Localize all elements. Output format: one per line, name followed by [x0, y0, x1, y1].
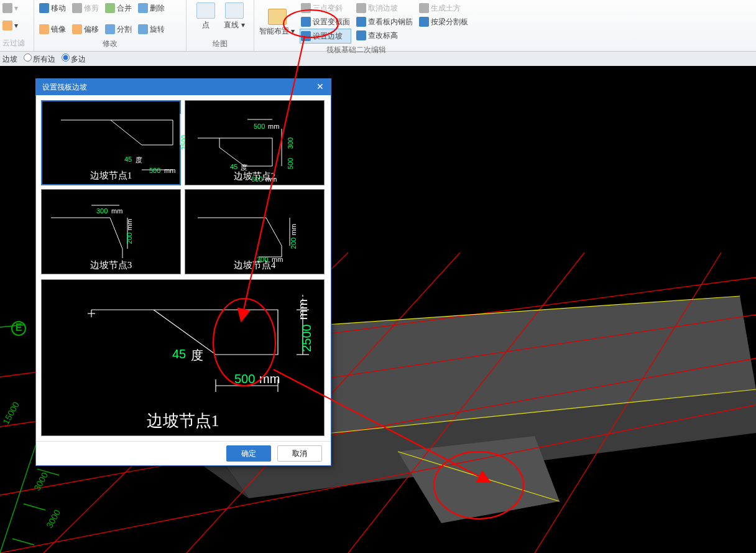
- modify-合并[interactable]: 合并: [104, 1, 133, 15]
- raft-查看板内钢筋[interactable]: 查看板内钢筋: [355, 15, 414, 29]
- ribbon: ▾ ▾ 云过滤 移动修剪合并删除镜像偏移分割旋转 修改 点 直线 ▾ 绘图 智能…: [0, 0, 756, 52]
- radio-all-edges-input[interactable]: [24, 53, 32, 62]
- radio-multi-edges[interactable]: 多边: [59, 53, 86, 65]
- cancel-button[interactable]: 取消: [277, 445, 322, 462]
- ribbon-group-raft: 智能布置 ▾ 三点变斜设置变截面设置边坡 取消边坡查看板内钢筋查改标高 生成土方…: [254, 0, 756, 51]
- raft-生成土方[interactable]: 生成土方: [418, 1, 469, 15]
- modify-旋转[interactable]: 旋转: [137, 22, 166, 36]
- modify-分割[interactable]: 分割: [104, 22, 133, 36]
- svg-line-19: [24, 504, 45, 510]
- raft-设置变截面[interactable]: 设置变截面: [300, 15, 351, 29]
- radio-multi-edges-input[interactable]: [62, 53, 70, 62]
- toolbar-item[interactable]: ▾: [1, 1, 26, 15]
- modify-镜像[interactable]: 镜像: [38, 22, 67, 36]
- slope-thumb-4[interactable]: 300mm200mm边坡节点4: [185, 189, 325, 274]
- slope-preview: 边坡节点1 45度500mm2500mm: [41, 279, 325, 436]
- dialog-titlebar[interactable]: 设置筏板边坡 ✕: [36, 79, 331, 95]
- svg-line-17: [12, 539, 34, 545]
- cloud-save-button[interactable]: ▾: [1, 19, 26, 32]
- ribbon-group-modify: 移动修剪合并删除镜像偏移分割旋转 修改: [34, 0, 187, 51]
- ok-button[interactable]: 确定: [226, 445, 271, 462]
- cloud-filter-button[interactable]: 云过滤: [1, 36, 26, 50]
- point-tool-button[interactable]: 点: [193, 1, 218, 32]
- raft-取消边坡[interactable]: 取消边坡: [355, 1, 414, 15]
- modify-移动[interactable]: 移动: [38, 1, 67, 15]
- slope-type-thumbnails: 45度500mm2500mm边坡节点145度500mm600mm300500边坡…: [41, 100, 326, 274]
- preview-caption: 边坡节点1: [42, 410, 324, 432]
- slope-thumb-2[interactable]: 45度500mm600mm300500边坡节点2: [185, 100, 325, 185]
- slope-thumb-3[interactable]: 300mm200mm边坡节点3: [41, 189, 181, 274]
- modify-修剪[interactable]: 修剪: [71, 1, 100, 15]
- modify-偏移[interactable]: 偏移: [71, 22, 100, 36]
- raft-三点变斜[interactable]: 三点变斜: [300, 1, 351, 15]
- raft-按梁分割板[interactable]: 按梁分割板: [418, 15, 469, 29]
- raft-查改标高[interactable]: 查改标高: [355, 29, 414, 42]
- line-tool-button[interactable]: 直线 ▾: [222, 1, 247, 32]
- axis-label-e: E: [11, 321, 26, 336]
- dialog-title: 设置筏板边坡: [42, 82, 87, 93]
- close-icon[interactable]: ✕: [312, 80, 328, 94]
- ribbon-group-draw: 点 直线 ▾ 绘图: [187, 0, 254, 51]
- svg-marker-3: [398, 436, 560, 523]
- smart-layout-button[interactable]: 智能布置 ▾: [258, 1, 296, 44]
- slope-settings-dialog: 设置筏板边坡 ✕ 45度500mm2500mm边坡节点145度500mm600m…: [35, 78, 331, 466]
- radio-all-edges[interactable]: 所有边: [21, 53, 55, 65]
- slope-thumb-1[interactable]: 45度500mm2500mm边坡节点1: [41, 100, 181, 185]
- group-label: 修改: [38, 37, 182, 51]
- modify-删除[interactable]: 删除: [137, 1, 166, 15]
- raft-设置边坡[interactable]: 设置边坡: [300, 29, 351, 44]
